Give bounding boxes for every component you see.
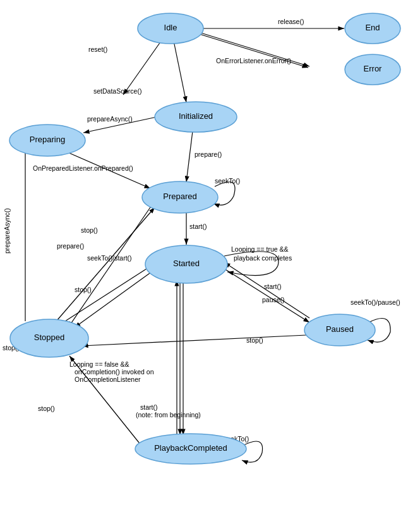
preparing-label: Preparing: [30, 135, 65, 144]
started-to-stopped-arrow: [75, 272, 152, 327]
stop-playback-label: stop(): [38, 405, 55, 412]
looping-true-label: Looping == true &&: [231, 245, 289, 253]
prepared-label: Prepared: [163, 192, 196, 201]
start-paused-label: start(): [264, 283, 281, 290]
note-frombeginning-label: (note: from beginning): [136, 411, 201, 419]
paused-to-started-arrow: [224, 262, 309, 318]
seektostartlabel: seekTo()/start(): [87, 254, 132, 262]
release-label: release(): [278, 18, 304, 25]
stop-paused-label: stop(): [246, 336, 263, 344]
start-label1: start(): [189, 223, 207, 230]
looping-false-label2: onCompletion() invoked on: [75, 368, 154, 376]
onerror-label: OnErrorListener.onError(): [216, 57, 291, 64]
initialized-label: Initialized: [179, 111, 213, 121]
seekto-pause-label: seekTo()/pause(): [351, 298, 400, 306]
prepareasync-left-label: prepareAsync(): [3, 208, 11, 254]
stopped-label: Stopped: [34, 333, 64, 342]
setdatasource-label: setDataSource(): [93, 87, 141, 95]
looping-false-label3: OnCompletionListener: [75, 376, 141, 383]
end-label: End: [365, 23, 380, 32]
reset-label: reset(): [88, 46, 107, 53]
started-label: Started: [173, 259, 200, 268]
seekto-label1: seekTo(): [215, 177, 240, 185]
prepareasync-label: prepareAsync(): [87, 115, 133, 123]
prepared-to-stopped-arrow: [68, 205, 152, 327]
stop-label2: stop(): [81, 226, 98, 234]
paused-label: Paused: [326, 324, 354, 334]
error-label: Error: [364, 64, 383, 73]
playbackcompleted-label: PlaybackCompleted: [154, 443, 227, 453]
stopped-to-started-arrow: [63, 266, 152, 322]
initialized-to-prepared-arrow: [186, 131, 193, 182]
idle-label: Idle: [164, 23, 177, 32]
prepare-label2: prepare(): [57, 242, 84, 250]
start-frombeginning-label: start(): [140, 403, 157, 411]
paused-to-stopped-arrow: [82, 335, 306, 346]
stopped-to-prepared-arrow: [57, 207, 155, 321]
stop-label3: stop(): [75, 286, 92, 293]
idle-to-initialized-arrow: [174, 41, 186, 102]
prepare-label1: prepare(): [195, 150, 222, 158]
playback-completes-label: playback completes: [234, 254, 292, 262]
onprepared-label: OnPreparedListener.onPrepared(): [33, 164, 133, 172]
